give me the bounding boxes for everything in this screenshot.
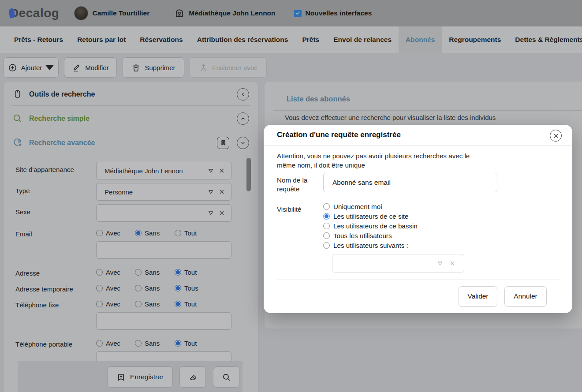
visibility-radio-option[interactable]: Les utilisateurs de ce site [323,212,464,221]
cancel-button[interactable]: Annuler [504,286,547,307]
query-name-label: Nom de la requête [277,173,323,194]
modal-title: Création d'une requête enregistrée [277,131,401,139]
visibility-option-label: Les utilisateurs suivants : [333,242,408,249]
visibility-label: Visibilité [277,202,323,273]
visibility-option-label: Les utilisateurs de ce site [333,213,409,220]
close-icon [553,133,559,138]
visibility-radio-option[interactable]: Les utilisateurs suivants : [323,241,464,250]
visibility-option-label: Les utilisateurs de ce bassin [333,222,418,230]
query-name-input[interactable] [323,173,497,192]
app: Decalog Camille Tourtillier Médiathèque … [0,0,582,392]
radio-icon [323,213,330,220]
clear-x-icon[interactable] [449,260,456,267]
radio-icon [323,203,330,210]
users-select[interactable] [332,254,464,273]
dropdown-triangle-icon[interactable] [436,260,444,267]
visibility-radio-option[interactable]: Uniquement moi [323,202,464,212]
create-saved-query-modal: Création d'une requête enregistrée Atten… [264,125,572,313]
visibility-option-label: Tous les utilisateurs [333,232,392,239]
validate-button[interactable]: Valider [459,286,497,307]
modal-close-button[interactable] [550,130,562,142]
visibility-options: Uniquement moi Les utilisateurs de ce si… [323,202,464,250]
unique-name-warning: Attention, vous ne pouvez pas avoir plus… [277,152,481,170]
radio-icon [323,223,330,229]
visibility-radio-option[interactable]: Les utilisateurs de ce bassin [323,221,464,231]
visibility-radio-option[interactable]: Tous les utilisateurs [323,231,464,241]
radio-icon [323,242,330,249]
radio-icon [323,232,330,239]
visibility-option-label: Uniquement moi [333,203,382,210]
